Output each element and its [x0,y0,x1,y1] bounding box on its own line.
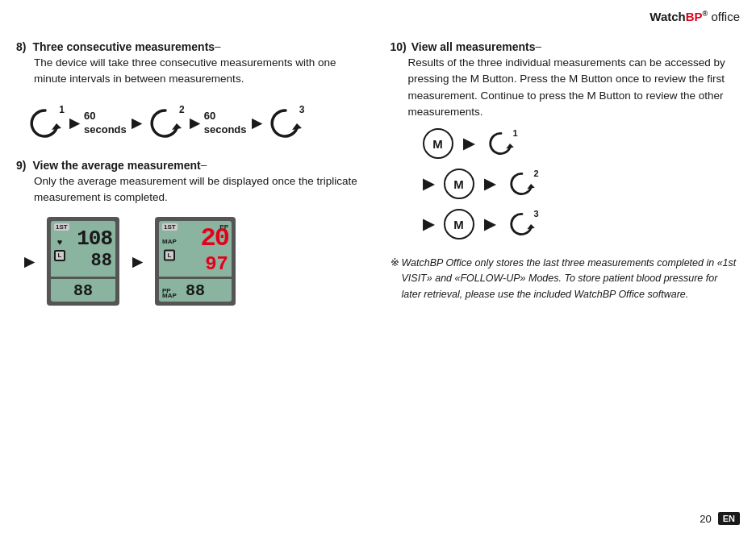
arrow-4: ▶ [252,115,261,131]
cycle-2-num: 2 [179,104,185,115]
brand-bp: BP [686,10,703,23]
screen-1-num-mid: 88 [91,251,112,271]
svg-marker-2 [292,123,302,130]
brand-office: office [708,10,740,23]
screen-1-bottom: 88 [51,279,115,302]
section-8-dash: – [215,40,221,53]
heart-icon: ♥ [57,237,63,247]
svg-marker-4 [527,184,535,189]
screen-2-map2: MAP [162,292,177,299]
m-cycle-icon-1: 1 [484,127,518,160]
section-9-header: 9) View the average measurement – [16,159,366,172]
main-content: 8) Three consecutive measurements – The … [0,0,756,352]
m-cycle-icon-3: 3 [505,207,539,241]
section-9: 9) View the average measurement – Only t… [16,159,366,306]
cycle-1-num: 1 [59,104,65,115]
m-cycle-2-num: 2 [533,169,538,178]
arrow-display-mid: ▶ [132,254,142,269]
arrow-2: ▶ [132,115,141,131]
brand-logo: WatchBP® office [649,10,740,23]
screen-2-top: 1ST PP MAP L 20 97 [159,221,232,277]
section-10-dash: – [536,40,542,53]
seconds-label-2: 60seconds [204,110,247,137]
screen-2-num-bottom: 88 [186,281,205,300]
arrow-display-left: ▶ [24,254,34,269]
svg-marker-0 [52,123,61,130]
right-column: 10) View all measurements – Results of t… [382,40,741,320]
section-8-desc: The device will take three consecutive m… [16,55,366,88]
section-8-title: Three consecutive measurements [32,40,215,53]
screen-1-left-icons: ♥ L [54,237,65,261]
svg-marker-5 [527,224,535,229]
m-row-2: ▶ M ▶ 2 [423,167,741,201]
m-arrow-2a: ▶ [423,175,434,193]
cycle-icon-1: 1 [24,102,66,144]
section-10-num: 10) [391,40,407,53]
screen-2-pp-label: PP [219,223,228,231]
section-10-header: 10) View all measurements – [391,40,741,53]
cycle-icon-3: 3 [265,102,307,144]
screen-1-l-icon: L [54,250,65,261]
cycle-3-num: 3 [299,104,305,115]
footer: 20 EN [700,512,740,525]
page-number: 20 [700,513,711,525]
cycle-icon-2: 2 [144,102,186,144]
screen-1-top: 1ST ♥ L 108 88 [51,221,115,277]
m-row-3: ▶ M ▶ 3 [423,207,741,241]
arrow-3: ▶ [190,115,199,131]
m-row-1: M ▶ 1 [423,127,741,160]
section-9-title: View the average measurement [32,159,200,172]
m-arrow-3a: ▶ [423,215,434,233]
m-button-2: M [444,169,474,199]
section-8: 8) Three consecutive measurements – The … [16,40,366,144]
m-arrow-3b: ▶ [484,215,495,233]
note-text: WatchBP Office only stores the last thre… [391,256,741,302]
device-screen-2: 1ST PP MAP L 20 97 PP MAP [155,217,236,306]
screen-2-num-mid: 97 [205,253,228,275]
section-8-num: 8) [16,40,26,53]
section-9-dash: – [201,159,207,172]
screen-2-left-icons: MAP L [162,237,177,260]
screen-1-num-bottom: 88 [73,281,93,300]
m-cycle-icon-2: 2 [505,167,539,201]
screen-2-bottom: PP MAP 88 [159,279,232,302]
display-row: ▶ 1ST ♥ L 108 88 [24,217,366,306]
section-10: 10) View all measurements – Results of t… [391,40,741,241]
screen-2-label: 1ST [162,223,178,231]
svg-marker-3 [506,144,514,148]
arrow-1: ▶ [69,115,79,131]
device-screen-1: 1ST ♥ L 108 88 88 [47,217,119,306]
section-10-desc: Results of the three individual measurem… [391,55,741,120]
screen-2-map-label: MAP [162,237,177,244]
measure-sequence: 1 ▶ 60seconds ▶ 2 ▶ 6 [24,102,366,144]
section-9-num: 9) [16,159,26,172]
m-button-3: M [444,209,474,239]
screen-1-num-big: 108 [77,227,112,251]
screen-1-label: 1ST [54,223,69,231]
screen-2-l-icon: L [164,249,175,260]
section-9-desc: Only the average measurement will be dis… [16,173,366,206]
m-button-1: M [423,128,453,159]
svg-marker-1 [172,123,182,130]
language-badge: EN [718,512,740,525]
seconds-label-1: 60seconds [84,110,127,137]
m-arrow-1: ▶ [463,135,474,152]
m-cycle-3-num: 3 [533,209,538,219]
left-column: 8) Three consecutive measurements – The … [16,40,374,320]
m-cycle-1-num: 1 [512,128,517,138]
section-8-header: 8) Three consecutive measurements – [16,40,366,53]
note-section: WatchBP Office only stores the last thre… [391,256,741,302]
brand-watch: Watch [649,10,685,23]
m-arrow-2b: ▶ [484,175,495,193]
section-10-title: View all measurements [411,40,536,53]
